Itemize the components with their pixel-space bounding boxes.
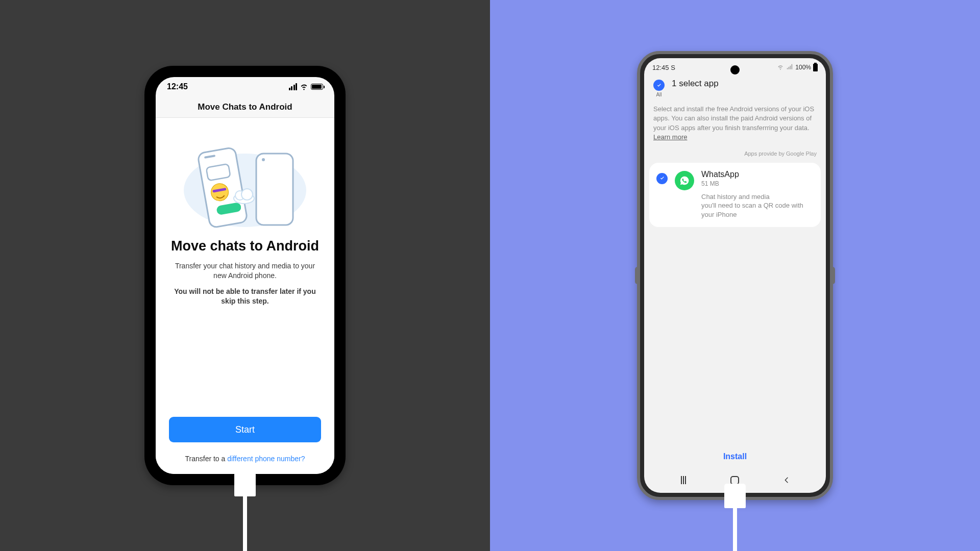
different-number-link[interactable]: different phone number? — [227, 455, 305, 463]
back-button[interactable] — [781, 474, 792, 486]
app-checkbox[interactable] — [656, 173, 668, 184]
apps-provider-label: Apps provide by Google Play — [644, 142, 826, 161]
svg-rect-1 — [256, 154, 293, 225]
iphone-cable — [234, 485, 256, 551]
ios-heading: Move chats to Android — [164, 238, 326, 254]
app-size-label: 51 MB — [701, 180, 814, 187]
battery-icon — [813, 64, 818, 71]
recents-button[interactable] — [678, 474, 689, 486]
learn-more-link[interactable]: Learn more — [653, 133, 687, 141]
svg-point-10 — [241, 189, 253, 200]
page-title: 1 select app — [672, 79, 719, 89]
android-screen: 12:45 S 100% — [644, 58, 826, 493]
battery-percent-label: 100% — [795, 64, 811, 71]
app-row-whatsapp[interactable]: WhatsApp 51 MB Chat history and media yo… — [649, 163, 821, 228]
ios-status-bar: 12:45 — [156, 77, 334, 96]
cellular-signal-icon — [289, 83, 298, 90]
transfer-illustration — [164, 127, 326, 231]
svg-point-2 — [262, 158, 265, 161]
app-subtitle-1: Chat history and media — [701, 193, 770, 201]
app-subtitle-2: you'll need to scan a QR code with your … — [701, 202, 803, 218]
iphone-backdrop: 12:45 Move Chats to Androi — [0, 0, 490, 551]
iphone-device: 12:45 Move Chats to Androi — [144, 66, 346, 485]
punch-hole-camera — [730, 65, 740, 74]
app-name-label: WhatsApp — [701, 170, 814, 179]
ios-footer: Transfer to a different phone number? — [164, 455, 326, 463]
install-button[interactable]: Install — [644, 443, 826, 470]
iphone-screen: 12:45 Move Chats to Androi — [156, 77, 334, 474]
page-description: Select and install rhe free Android vers… — [644, 97, 826, 142]
android-status-time: 12:45 S — [652, 64, 675, 71]
android-cable — [724, 497, 746, 551]
battery-icon — [311, 84, 323, 90]
wifi-icon — [300, 82, 308, 92]
ios-warning: You will not be able to transfer later i… — [164, 287, 326, 306]
select-all-checkbox[interactable] — [653, 80, 665, 91]
start-button[interactable]: Start — [169, 417, 321, 442]
select-all-label: All — [656, 92, 662, 97]
ios-status-time: 12:45 — [167, 82, 188, 91]
android-backdrop: 12:45 S 100% — [490, 0, 980, 551]
android-device: 12:45 S 100% — [637, 51, 833, 500]
ios-body: Move chats to Android Transfer your chat… — [156, 118, 334, 474]
cellular-signal-icon — [786, 63, 793, 72]
wifi-icon — [777, 63, 784, 72]
ios-description: Transfer your chat history and media to … — [164, 261, 326, 281]
ios-nav-title: Move Chats to Android — [156, 96, 334, 118]
footer-prefix: Transfer to a — [185, 455, 227, 463]
whatsapp-icon — [675, 171, 694, 190]
